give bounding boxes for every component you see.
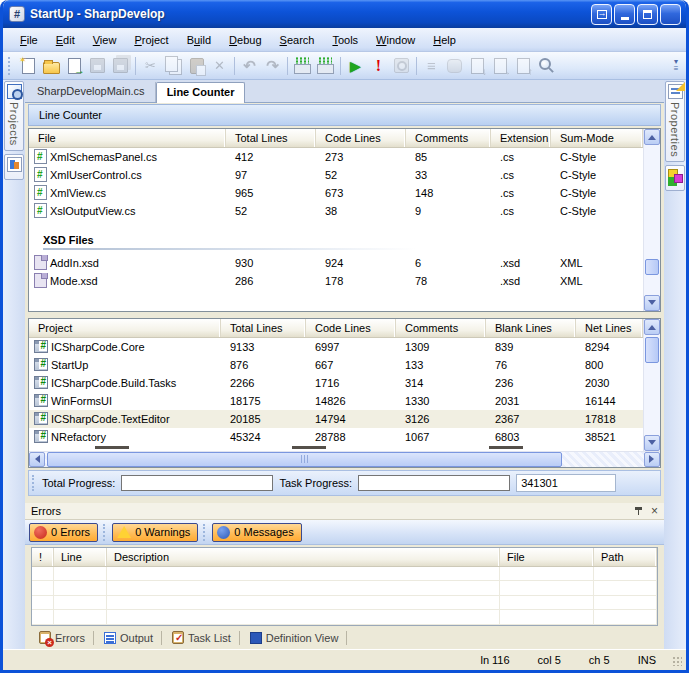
status-ch: ch 5 bbox=[575, 654, 624, 666]
column-header[interactable]: Blank Lines bbox=[486, 319, 576, 337]
menu-item[interactable]: Edit bbox=[47, 31, 84, 49]
toolbar-overflow-button[interactable]: ▾≡ bbox=[670, 54, 682, 78]
main-area: Projects SharpDevelopMain.csLine Counter bbox=[3, 80, 686, 649]
column-header[interactable]: Description bbox=[107, 548, 500, 566]
project-row[interactable]: ICSharpCode.Core 9133 6997 1309 839 8294 bbox=[29, 338, 643, 356]
column-header[interactable]: Line bbox=[54, 548, 107, 566]
minimize-button[interactable] bbox=[614, 4, 635, 25]
abort-button[interactable]: ! bbox=[367, 55, 390, 77]
scrollbar-thumb[interactable] bbox=[645, 337, 659, 363]
project-row[interactable]: WinFormsUI 18175 14826 1330 2031 16144 bbox=[29, 392, 643, 410]
file-arrow-button[interactable] bbox=[63, 55, 86, 77]
column-header[interactable]: Project bbox=[29, 319, 221, 337]
delete-button[interactable]: ✕ bbox=[208, 55, 231, 77]
maximize-button[interactable] bbox=[637, 4, 658, 25]
run-button[interactable]: ▶ bbox=[344, 55, 367, 77]
errors-grid: !LineDescriptionFilePath bbox=[31, 547, 658, 626]
toolbar-grip[interactable] bbox=[8, 57, 12, 75]
open-file-button[interactable] bbox=[40, 55, 63, 77]
save-all-button[interactable] bbox=[109, 55, 132, 77]
messages-filter-button[interactable]: 0 Messages bbox=[212, 523, 301, 542]
column-header[interactable]: Code Lines bbox=[316, 129, 406, 147]
scrollbar-thumb[interactable] bbox=[645, 259, 659, 275]
step-into-button[interactable] bbox=[466, 55, 489, 77]
menu-item[interactable]: Debug bbox=[220, 31, 270, 49]
status-insert-mode: INS bbox=[624, 654, 670, 666]
sidebar-tab-properties[interactable]: Properties bbox=[665, 81, 685, 162]
sidebar-tab-projects[interactable]: Projects bbox=[4, 81, 24, 151]
scrollbar-thumb[interactable] bbox=[47, 452, 562, 467]
file-row[interactable]: AddIn.xsd 930 924 6 .xsd XML bbox=[29, 254, 643, 272]
scroll-left-button[interactable] bbox=[29, 452, 45, 467]
rebuild-solution-button[interactable] bbox=[314, 55, 337, 77]
menu-item[interactable]: Search bbox=[271, 31, 324, 49]
scroll-up-button[interactable] bbox=[644, 129, 660, 145]
file-row[interactable]: XslOutputView.cs 52 38 9 .cs C-Style bbox=[29, 202, 643, 220]
files-table-header: FileTotal LinesCode LinesCommentsExtensi… bbox=[29, 129, 643, 148]
scroll-right-button[interactable] bbox=[644, 452, 660, 467]
toggle-breakpoint-button[interactable] bbox=[443, 55, 466, 77]
file-row[interactable]: XmlUserControl.cs 97 52 33 .cs C-Style bbox=[29, 166, 643, 184]
step-over-button[interactable] bbox=[489, 55, 512, 77]
resize-grip[interactable] bbox=[672, 656, 682, 666]
file-row[interactable]: XmlView.cs 965 673 148 .cs C-Style bbox=[29, 184, 643, 202]
column-header[interactable]: Total Lines bbox=[226, 129, 316, 147]
main-toolbar: ✂✕↶↷▶!≡ ▾≡ bbox=[3, 52, 686, 80]
errors-panel-header: Errors × bbox=[25, 503, 664, 520]
menu-item[interactable]: Window bbox=[367, 31, 424, 49]
close-button[interactable] bbox=[660, 4, 681, 25]
project-row[interactable]: ICSharpCode.TextEditor 20185 14794 3126 … bbox=[29, 410, 643, 428]
close-icon[interactable]: × bbox=[651, 505, 658, 517]
project-row[interactable]: StartUp 876 667 133 76 800 bbox=[29, 356, 643, 374]
project-row[interactable]: NRefactory 45324 28788 1067 6803 38521 bbox=[29, 428, 643, 446]
column-header[interactable]: Sum-Mode bbox=[551, 129, 643, 147]
column-header[interactable]: File bbox=[29, 129, 226, 147]
pin-icon[interactable] bbox=[634, 506, 643, 516]
doc-tab-line-counter[interactable]: Line Counter bbox=[156, 82, 246, 103]
sidebar-tab-classes[interactable] bbox=[4, 154, 24, 180]
cut-button[interactable]: ✂ bbox=[139, 55, 162, 77]
warnings-filter-button[interactable]: 0 Warnings bbox=[112, 523, 198, 542]
column-header[interactable]: Comments bbox=[406, 129, 491, 147]
errors-filter-button[interactable]: 0 Errors bbox=[29, 523, 98, 542]
column-header[interactable]: Extension bbox=[491, 129, 551, 147]
scroll-up-button[interactable] bbox=[644, 319, 660, 335]
files-table-scrollbar[interactable] bbox=[643, 129, 660, 311]
search-button[interactable] bbox=[535, 55, 558, 77]
menu-item[interactable]: Build bbox=[178, 31, 220, 49]
menu-item[interactable]: Tools bbox=[323, 31, 367, 49]
save-button[interactable] bbox=[86, 55, 109, 77]
column-header[interactable]: Path bbox=[594, 548, 657, 566]
sidebar-tab-toolbox[interactable] bbox=[665, 165, 685, 191]
column-header[interactable]: Net Lines bbox=[576, 319, 643, 337]
title-bar[interactable]: # StartUp - SharpDevelop bbox=[3, 0, 686, 28]
column-header[interactable]: Comments bbox=[396, 319, 486, 337]
menu-item[interactable]: View bbox=[84, 31, 126, 49]
column-header[interactable]: Total Lines bbox=[221, 319, 306, 337]
progress-strip-grip[interactable] bbox=[32, 475, 36, 491]
build-solution-button[interactable] bbox=[291, 55, 314, 77]
column-header[interactable]: Code Lines bbox=[306, 319, 396, 337]
doc-tab-sharpdevelopmain[interactable]: SharpDevelopMain.cs bbox=[27, 82, 156, 102]
column-header[interactable]: ! bbox=[32, 548, 54, 566]
project-row[interactable]: ICSharpCode.Build.Tasks 2266 1716 314 23… bbox=[29, 374, 643, 392]
stop-button[interactable] bbox=[390, 55, 413, 77]
paste-button[interactable] bbox=[185, 55, 208, 77]
redo-button[interactable]: ↷ bbox=[261, 55, 284, 77]
task-list-button[interactable]: ≡ bbox=[420, 55, 443, 77]
copy-button[interactable] bbox=[162, 55, 185, 77]
menu-item[interactable]: Project bbox=[125, 31, 177, 49]
step-out-button[interactable] bbox=[512, 55, 535, 77]
undo-button[interactable]: ↶ bbox=[238, 55, 261, 77]
new-file-button[interactable] bbox=[17, 55, 40, 77]
window-switch-button[interactable] bbox=[591, 4, 612, 25]
file-row[interactable]: XmlSchemasPanel.cs 412 273 85 .cs C-Styl… bbox=[29, 148, 643, 166]
menu-item[interactable]: File bbox=[11, 31, 47, 49]
file-row[interactable]: Mode.xsd 286 178 78 .xsd XML bbox=[29, 272, 643, 290]
projects-table-scrollbar[interactable] bbox=[643, 319, 660, 451]
scroll-down-button[interactable] bbox=[644, 295, 660, 311]
column-header[interactable]: File bbox=[500, 548, 594, 566]
scroll-down-button[interactable] bbox=[644, 435, 660, 451]
menu-item[interactable]: Help bbox=[424, 31, 465, 49]
projects-table-hscrollbar[interactable] bbox=[29, 451, 660, 467]
